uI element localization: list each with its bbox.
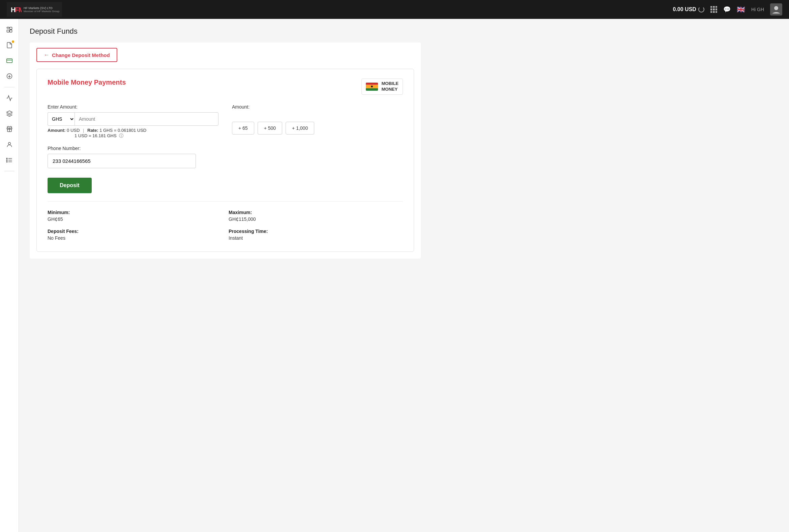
- rate-label: Rate:: [87, 128, 98, 133]
- balance-value: 0.00 USD: [673, 6, 696, 13]
- processing-info: Processing Time: Instant: [229, 229, 403, 241]
- quick-amount-1000[interactable]: + 1,000: [286, 122, 314, 134]
- rate-line1: 1 GHS = 0.061801 USD: [99, 128, 146, 133]
- svg-rect-6: [10, 27, 12, 30]
- flag-gold-stripe: ★: [366, 84, 378, 88]
- form-row: Enter Amount: GHS USD EUR Amount: 0 USD: [48, 104, 403, 139]
- separator: |: [83, 128, 84, 133]
- quick-amounts: + 65 + 500 + 1,000: [232, 122, 403, 134]
- min-info: Minimum: GH₵65: [48, 210, 222, 222]
- sidebar-item-documents[interactable]: [3, 38, 16, 52]
- svg-point-20: [6, 158, 7, 159]
- phone-section: Phone Number:: [48, 146, 403, 168]
- amount-input[interactable]: [75, 112, 219, 126]
- main-layout: Deposit Funds ← Change Deposit Method Mo…: [0, 19, 789, 532]
- sidebar-item-analytics[interactable]: [3, 91, 16, 105]
- sidebar-item-layers[interactable]: [3, 107, 16, 120]
- page-title: Deposit Funds: [30, 27, 778, 36]
- top-navigation: H F M HF Markets (SV) LTD Member of HF M…: [0, 0, 789, 19]
- company-sub: Member of HF Markets Group: [24, 10, 59, 13]
- info-divider: [48, 201, 403, 202]
- refresh-icon[interactable]: [698, 6, 705, 13]
- main-content: Deposit Funds ← Change Deposit Method Mo…: [19, 19, 789, 532]
- nav-left: H F M HF Markets (SV) LTD Member of HF M…: [7, 2, 62, 17]
- chat-icon[interactable]: 💬: [723, 6, 731, 13]
- deposit-button[interactable]: Deposit: [48, 178, 92, 193]
- nav-right: 0.00 USD 💬 🇬🇧 Hi GH: [673, 3, 783, 16]
- deposit-card-wrapper: ← Change Deposit Method Mobile Money Pay…: [30, 42, 421, 259]
- change-deposit-method-button[interactable]: ← Change Deposit Method: [36, 48, 117, 62]
- language-flag[interactable]: 🇬🇧: [737, 5, 745, 14]
- amount-info: Amount: 0 USD | Rate: 1 GHS = 0.061801 U…: [48, 128, 219, 139]
- currency-select[interactable]: GHS USD EUR: [48, 112, 75, 126]
- enter-amount-label: Enter Amount:: [48, 104, 219, 110]
- rate-line2: 1 USD = 16.181 GHS: [75, 133, 117, 138]
- ghana-flag: ★: [366, 82, 378, 91]
- payment-card-header: Mobile Money Payments ★ MOBILEMONEY: [48, 79, 403, 95]
- sidebar-item-dashboard[interactable]: [3, 23, 16, 36]
- apps-icon[interactable]: [710, 6, 717, 13]
- info-grid: Minimum: GH₵65 Maximum: GH₵115,000 Depos…: [48, 210, 403, 241]
- svg-marker-13: [6, 111, 12, 114]
- logo: H F M HF Markets (SV) LTD Member of HF M…: [7, 2, 62, 17]
- min-value: GH₵65: [48, 216, 222, 222]
- processing-value: Instant: [229, 235, 403, 241]
- min-label: Minimum:: [48, 210, 222, 215]
- sidebar-item-withdraw[interactable]: [3, 70, 16, 83]
- mobile-money-logo: ★ MOBILEMONEY: [361, 79, 403, 95]
- sidebar-item-deposit[interactable]: [3, 54, 16, 68]
- greeting-text: Hi GH: [751, 7, 764, 12]
- sidebar: [0, 19, 19, 532]
- notification-dot: [12, 40, 14, 43]
- amount-info-value: 0 USD: [67, 128, 79, 133]
- flag-star: ★: [370, 84, 374, 88]
- phone-input[interactable]: [48, 154, 196, 168]
- sidebar-divider-2: [4, 171, 15, 171]
- svg-rect-9: [6, 59, 12, 63]
- payment-method-title: Mobile Money Payments: [48, 79, 126, 86]
- company-info: HF Markets (SV) LTD Member of HF Markets…: [24, 6, 59, 13]
- amount-input-row: GHS USD EUR: [48, 112, 219, 126]
- sidebar-item-gift[interactable]: [3, 122, 16, 136]
- back-arrow-icon: ←: [44, 52, 49, 58]
- quick-amount-500[interactable]: + 500: [258, 122, 282, 134]
- sidebar-item-profile[interactable]: [3, 138, 16, 151]
- max-info: Maximum: GH₵115,000: [229, 210, 403, 222]
- fees-value: No Fees: [48, 235, 222, 241]
- fees-label: Deposit Fees:: [48, 229, 222, 234]
- fees-info: Deposit Fees: No Fees: [48, 229, 222, 241]
- svg-rect-7: [10, 30, 12, 32]
- svg-rect-8: [7, 27, 9, 28]
- info-circle-icon[interactable]: ⓘ: [119, 133, 124, 138]
- max-label: Maximum:: [229, 210, 403, 215]
- deposit-btn-label: Deposit: [60, 183, 79, 188]
- payment-card: Mobile Money Payments ★ MOBILEMONEY: [36, 69, 414, 252]
- sidebar-divider-1: [4, 87, 15, 87]
- svg-rect-5: [7, 30, 9, 32]
- svg-point-16: [8, 142, 11, 145]
- svg-point-22: [6, 162, 7, 163]
- svg-point-4: [774, 6, 778, 10]
- svg-text:M: M: [19, 6, 22, 14]
- quick-amount-65[interactable]: + 65: [232, 122, 254, 134]
- quick-amount-col: Amount: + 65 + 500 + 1,000: [232, 104, 403, 139]
- amount-info-label: Amount:: [48, 128, 65, 133]
- flag-green-stripe: [366, 88, 378, 91]
- enter-amount-col: Enter Amount: GHS USD EUR Amount: 0 USD: [48, 104, 219, 139]
- mobile-money-text: MOBILEMONEY: [381, 81, 398, 92]
- change-method-label: Change Deposit Method: [52, 52, 110, 58]
- processing-label: Processing Time:: [229, 229, 403, 234]
- balance-display: 0.00 USD: [673, 6, 705, 13]
- avatar[interactable]: [770, 3, 782, 16]
- svg-point-21: [6, 160, 7, 161]
- hfm-logo-icon: H F M: [10, 3, 22, 16]
- sidebar-item-reports[interactable]: [3, 153, 16, 167]
- max-value: GH₵115,000: [229, 216, 403, 222]
- quick-amount-label: Amount:: [232, 104, 403, 110]
- avatar-icon: [771, 5, 781, 14]
- phone-label: Phone Number:: [48, 146, 403, 151]
- company-name: HF Markets (SV) LTD: [24, 6, 59, 10]
